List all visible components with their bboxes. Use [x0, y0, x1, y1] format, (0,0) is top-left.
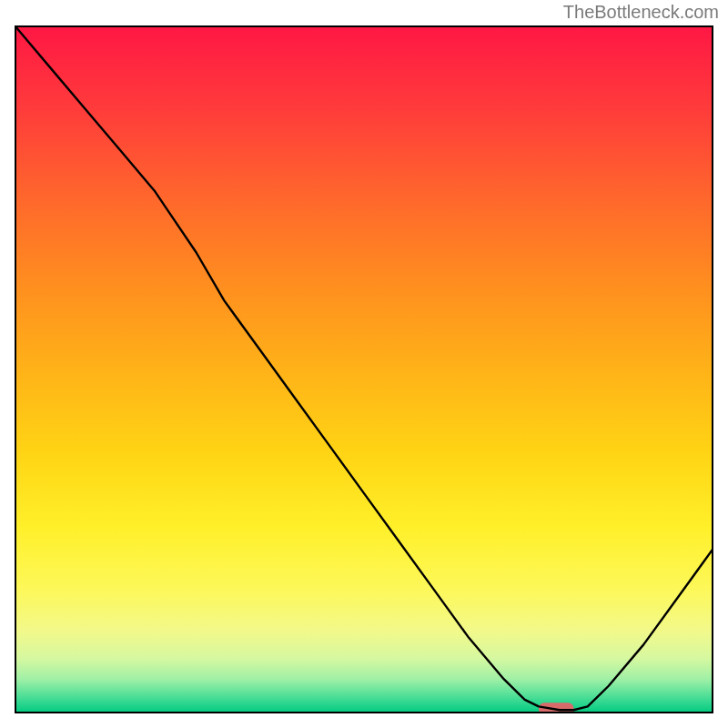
watermark-text: TheBottleneck.com [563, 2, 719, 23]
chart-container: TheBottleneck.com [0, 0, 728, 728]
chart-background-gradient [15, 25, 713, 713]
